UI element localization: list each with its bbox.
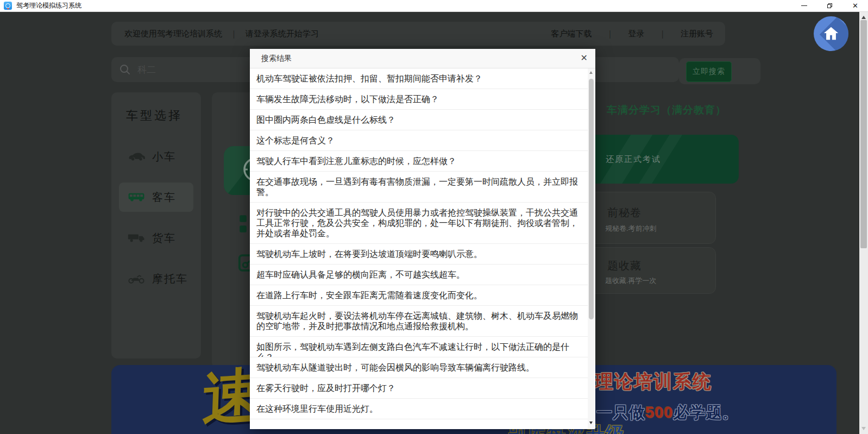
bus-icon (128, 192, 145, 203)
window-scrollbar-thumb[interactable] (860, 20, 867, 248)
client-download-link[interactable]: 客户端下载 (551, 29, 592, 39)
search-result-item[interactable]: 驾驶人行车中看到注意儿童标志的时候，应怎样做？ (250, 151, 588, 172)
app-icon (4, 2, 12, 10)
login-link[interactable]: 登录 (628, 29, 644, 39)
sidebar-item-label: 小车 (152, 149, 176, 164)
promo-headline: 理论培训系统 (595, 369, 712, 394)
search-result-item[interactable]: 超车时应确认具备足够的横向距离，不可越实线超车。 (250, 265, 588, 285)
sidebar-item-car[interactable]: 小车 (119, 142, 193, 171)
search-results-modal: 搜索结果 ✕ 机动车驾驶证被依法扣押、扣留、暂扣期间能否申请补发？车辆发生故障无… (250, 49, 595, 429)
register-link[interactable]: 注册账号 (681, 29, 713, 39)
modal-scrollbar-thumb[interactable] (589, 79, 594, 319)
scroll-up-icon[interactable] (589, 71, 593, 74)
search-result-item[interactable]: 车辆发生故障无法移动时，以下做法是否正确？ (250, 89, 588, 110)
window-scrollbar[interactable] (859, 12, 868, 434)
modal-header: 搜索结果 ✕ (250, 49, 595, 68)
sidebar-item-motorcycle[interactable]: 摩托车 (119, 264, 193, 293)
search-icon (119, 64, 131, 76)
home-button[interactable] (814, 16, 848, 51)
card-title: 前秘卷 (607, 205, 641, 220)
search-result-item[interactable]: 对行驶中的公共交通工具的驾驶人员使用暴力或者抢控驾驶操纵装置，干扰公共交通工具正… (250, 203, 588, 244)
sidebar-item-label: 客车 (152, 190, 176, 205)
scroll-up-icon[interactable] (861, 16, 866, 19)
search-submit-button[interactable]: 立即搜索 (686, 61, 732, 82)
search-result-item[interactable]: 在交通事故现场，一旦遇到有毒有害物质泄漏，一定要第一时间疏散人员，并立即报警。 (250, 172, 588, 203)
restore-icon (827, 3, 833, 9)
search-result-item[interactable]: 在雾天行驶时，应及时打开哪个灯？ (250, 378, 588, 399)
search-result-item[interactable]: 驾驶机动车起火时，要设法将机动车停在远离城镇、建筑物、树木、机动车及易燃物的空旷… (250, 306, 588, 337)
card-title: 题收藏 (607, 259, 641, 273)
vehicle-type-sidebar: 车型选择 小车 客车 (111, 92, 201, 358)
search-result-item[interactable]: 驾驶机动车上坡时，在将要到达坡道顶端时要鸣喇叭示意。 (250, 244, 588, 265)
scroll-down-icon[interactable] (589, 422, 593, 424)
car-icon (128, 152, 145, 161)
fullmark-study-title: 车满分学习（满分教育） (607, 103, 726, 117)
close-button[interactable]: ✕ (842, 0, 868, 12)
minimize-icon (801, 5, 807, 7)
app-window: 驾考理论模拟练习系统 ✕ 欢迎使用驾考理论培训系统 ｜ 请登录系统开始学习 客户… (0, 0, 868, 434)
minimize-button[interactable] (791, 0, 817, 12)
motorcycle-icon (128, 273, 145, 284)
search-result-item[interactable]: 图中圈内两条白色虚线是什么标线？ (250, 110, 588, 130)
modal-close-icon[interactable]: ✕ (581, 53, 588, 64)
sidebar-item-label: 摩托车 (152, 272, 188, 286)
restore-button[interactable] (817, 0, 842, 12)
search-result-item[interactable]: 在道路上行车时，安全跟车距离无需随着速度变化而变化。 (250, 285, 588, 306)
search-result-item[interactable]: 机动车驾驶证被依法扣押、扣留、暂扣期间能否申请补发？ (250, 68, 588, 89)
search-result-item[interactable]: 如图所示，驾驶机动车遇到左侧支路白色汽车不减速让行时，以下做法正确的是什么？ (250, 337, 588, 357)
login-hint-text: 请登录系统开始学习 (246, 29, 319, 39)
search-result-item[interactable]: 驾驶机动车从隧道驶出时，可能会因横风的影响导致车辆偏离行驶路线。 (250, 357, 588, 378)
search-result-item[interactable]: 这个标志是何含义？ (250, 130, 588, 151)
scroll-down-icon[interactable] (861, 427, 866, 430)
link-separator: ｜ (658, 29, 666, 39)
promo-slogan: 一只做500必学题。 (596, 402, 738, 424)
card-subtitle: 规秘卷.考前冲刺 (605, 224, 657, 234)
welcome-text: 欢迎使用驾考理论培训系统 (124, 29, 222, 39)
search-results-list: 机动车驾驶证被依法扣押、扣留、暂扣期间能否申请补发？车辆发生故障无法移动时，以下… (250, 68, 588, 429)
window-titlebar: 驾考理论模拟练习系统 ✕ (0, 0, 868, 12)
top-header-bar: 欢迎使用驾考理论培训系统 ｜ 请登录系统开始学习 客户端下载 ｜ 登录 ｜ 注册… (111, 22, 725, 46)
sidebar-title: 车型选择 (126, 108, 183, 124)
header-links: 客户端下载 ｜ 登录 ｜ 注册账号 (551, 29, 713, 39)
card-subtitle: 题收藏.再学一次 (605, 276, 657, 286)
search-result-item[interactable]: 在这种环境里行车使用近光灯。 (250, 399, 588, 419)
modal-scrollbar[interactable] (588, 68, 595, 429)
search-button-panel: 立即搜索 (679, 58, 760, 84)
sidebar-item-truck[interactable]: 货车 (119, 223, 193, 253)
exam-banner-label: 还原正式考试 (606, 154, 661, 165)
sidebar-item-bus[interactable]: 客车 (119, 183, 193, 212)
window-controls: ✕ (791, 0, 868, 12)
modal-title: 搜索结果 (261, 49, 292, 68)
link-separator: ｜ (606, 29, 614, 39)
sidebar-item-label: 货车 (152, 231, 176, 246)
home-icon (823, 26, 839, 42)
truck-icon (128, 232, 145, 243)
header-separator: ｜ (230, 29, 238, 39)
window-title: 驾考理论模拟练习系统 (16, 1, 81, 10)
